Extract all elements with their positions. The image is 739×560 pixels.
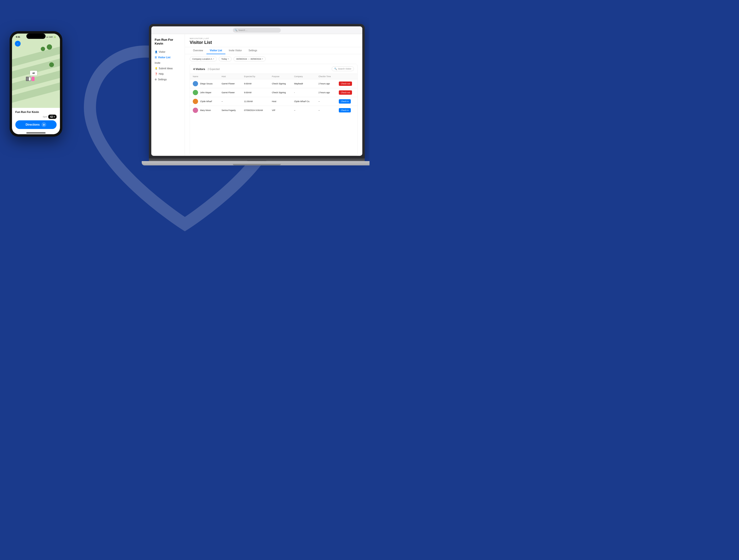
company-cell: -: [291, 88, 316, 97]
col-name: Name: [190, 74, 219, 79]
chevron-down-icon: ▾: [262, 58, 263, 60]
date-range-label: 30/08/2024 → 30/08/2024: [236, 58, 261, 60]
check-out-button[interactable]: Check out: [339, 90, 352, 95]
laptop-search-bar[interactable]: 🔍 Search ...: [233, 28, 281, 33]
sidebar-settings-label: Settings: [158, 78, 167, 81]
phone-time: 9:41: [16, 36, 20, 38]
tab-visitor-list[interactable]: Visitor List: [206, 47, 226, 54]
expected-cell: 07/09/2024 9:00AM: [241, 106, 269, 115]
phone-shell: 9:41 ▪▪▪ WiFi 🔋 42: [10, 31, 62, 137]
send-icon: ➤: [43, 124, 45, 126]
laptop-bezel: 🔍 Search ... Fun Run For Kevin 👤 Visitor: [149, 24, 365, 158]
table-header: Name Host Expected by Purpose Company Ch…: [190, 74, 357, 79]
host-cell: –: [219, 97, 241, 106]
col-purpose: Purpose: [269, 74, 291, 79]
person-icon: 👤: [155, 50, 158, 53]
sidebar-visitor-label: Visitor: [159, 50, 165, 53]
sidebar-visitor-list-label: Visitor List: [158, 56, 170, 59]
date-filter-label: Today: [221, 58, 227, 60]
breadcrumb: WAYVISITOR | List: [190, 37, 357, 39]
visitors-expected: 2 Expected: [208, 68, 219, 70]
company-cell: Clyde Wharf Co.: [291, 97, 316, 106]
sidebar-item-submit-ideas[interactable]: 💡 Submit Ideas: [151, 66, 185, 71]
purpose-cell: Check Signing: [269, 79, 291, 88]
visitor-name: Mary Moon: [200, 109, 211, 112]
tab-overview[interactable]: Overview: [190, 47, 206, 54]
check-out-button[interactable]: Check out: [339, 81, 352, 86]
battery-icon: 🔋: [54, 36, 56, 38]
tree-icon: [47, 44, 52, 50]
tab-invite-visitor[interactable]: Invite Visitor: [226, 47, 245, 54]
visitors-header: 4 Visitors 2 Expected 🔍 Search Visitor: [190, 64, 357, 74]
filters-row: Company Location A ▾ Today ▾ 30/08/2024 …: [185, 54, 362, 64]
laptop-base: [142, 161, 370, 165]
visitors-section: 4 Visitors 2 Expected 🔍 Search Visitor: [190, 64, 357, 156]
purpose-cell: VIP: [269, 106, 291, 115]
sidebar-logo: Fun Run For Kevin: [151, 38, 185, 49]
directions-label: Directions: [26, 123, 40, 126]
host-cell: Serina Fogarty: [219, 106, 241, 115]
search-text: Search ...: [238, 29, 248, 31]
action-cell: Check in: [336, 97, 357, 106]
date-range-filter[interactable]: 30/08/2024 → 30/08/2024 ▾: [234, 56, 266, 61]
avatar: [193, 81, 198, 86]
sidebar-submit-ideas-label: Submit Ideas: [159, 67, 173, 70]
checkin-time-cell: 2 hours ago: [316, 79, 336, 88]
col-expected: Expected by: [241, 74, 269, 79]
list-icon: ☰: [155, 56, 157, 59]
expected-cell: 9:00AM: [241, 88, 269, 97]
chevron-down-icon: ▾: [213, 58, 214, 60]
checkin-time-cell: 2 hours ago: [316, 88, 336, 97]
company-cell: Wayleadr: [291, 79, 316, 88]
sidebar-item-visitor[interactable]: 👤 Visitor: [151, 49, 185, 55]
checkin-time-cell: –: [316, 97, 336, 106]
laptop-top-bar: 🔍 Search ...: [151, 26, 362, 34]
tabs-row: Overview Visitor List Invite Visitor Set…: [185, 47, 362, 54]
venue-name: Fun Run For Kevin: [15, 110, 56, 114]
col-company: Company: [291, 74, 316, 79]
wifi-icon: WiFi: [49, 36, 53, 38]
avatar: [193, 99, 198, 104]
check-in-button[interactable]: Check in: [339, 99, 350, 104]
phone-bottom-panel: Fun Run For Kevin Spot 42 ▾ Directions ➤: [12, 108, 60, 134]
page-title: Visitor List: [190, 40, 357, 45]
sidebar-item-settings[interactable]: ⚙ Settings: [151, 77, 185, 82]
phone-back-button[interactable]: ‹: [15, 41, 21, 46]
help-icon: ❓: [155, 73, 158, 75]
purpose-cell: Check Signing: [269, 88, 291, 97]
spot-badge[interactable]: 42 ▾: [48, 115, 56, 119]
check-in-button[interactable]: Check in: [339, 108, 350, 113]
search-placeholder: Search Visitor: [338, 67, 351, 70]
tab-settings[interactable]: Settings: [245, 47, 260, 54]
directions-button[interactable]: Directions ➤: [15, 120, 56, 129]
sidebar-item-visitor-list[interactable]: ☰ Visitor List: [151, 55, 185, 60]
avatar: [193, 90, 198, 95]
laptop-screen: 🔍 Search ... Fun Run For Kevin 👤 Visitor: [151, 26, 362, 156]
expected-cell: 11:00AM: [241, 97, 269, 106]
search-icon: 🔍: [334, 67, 337, 70]
col-checkin: Checkin Time: [316, 74, 336, 79]
checkin-time-cell: –: [316, 106, 336, 115]
sidebar-item-help[interactable]: ❓ Help: [151, 71, 185, 77]
visitor-name-cell: John Mayer: [190, 88, 219, 97]
spot-label: Spot: [43, 116, 47, 118]
date-filter[interactable]: Today ▾: [219, 56, 232, 61]
action-cell: Check out: [336, 88, 357, 97]
action-cell: Check out: [336, 79, 357, 88]
company-cell: –: [291, 106, 316, 115]
tree-icon: [41, 47, 45, 51]
location-filter[interactable]: Company Location A ▾: [190, 56, 217, 61]
spot-selector[interactable]: Spot 42 ▾: [15, 115, 56, 119]
laptop-hinge: [149, 158, 365, 161]
table-row: Clyde Wharf – 11:00AM Host Clyde Wharf C…: [190, 97, 357, 106]
parking-spot: [26, 77, 29, 81]
table-body: Diego Souza Garret Flower 9:00AM Check S…: [190, 79, 357, 115]
laptop-device: 🔍 Search ... Fun Run For Kevin 👤 Visitor: [149, 24, 365, 165]
table-row: Diego Souza Garret Flower 9:00AM Check S…: [190, 79, 357, 88]
gear-icon: ⚙: [155, 78, 157, 81]
col-host: Host: [219, 74, 241, 79]
visitors-count-area: 4 Visitors 2 Expected: [193, 67, 219, 71]
visitors-search[interactable]: 🔍 Search Visitor: [332, 66, 354, 71]
sidebar-item-invite[interactable]: Invite: [151, 60, 185, 66]
visitor-name: Clyde Wharf: [200, 100, 212, 103]
